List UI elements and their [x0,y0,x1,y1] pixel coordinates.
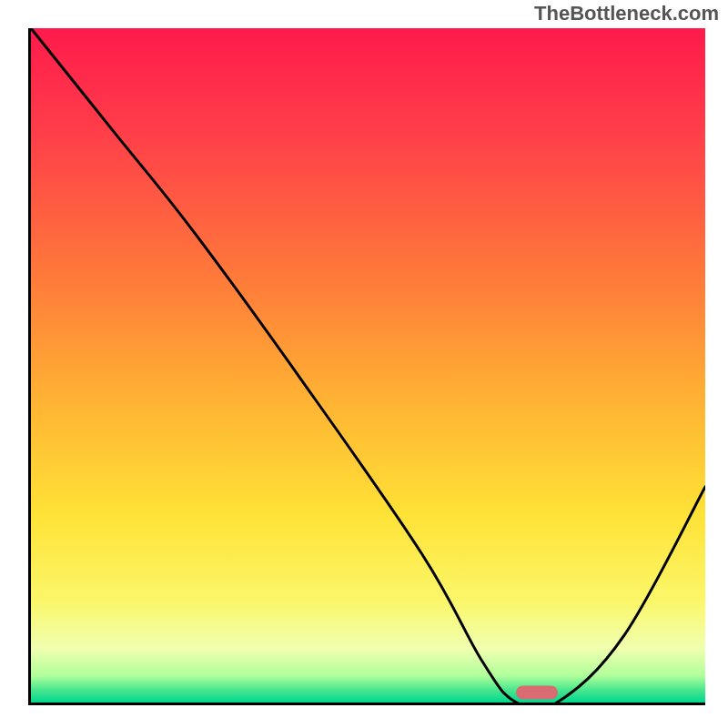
plot-area [28,28,705,705]
bottleneck-curve [31,28,705,703]
optimal-marker [516,685,558,699]
watermark-text: TheBottleneck.com [534,2,719,25]
curve-path [31,28,705,703]
chart-container: TheBottleneck.com [0,0,728,728]
